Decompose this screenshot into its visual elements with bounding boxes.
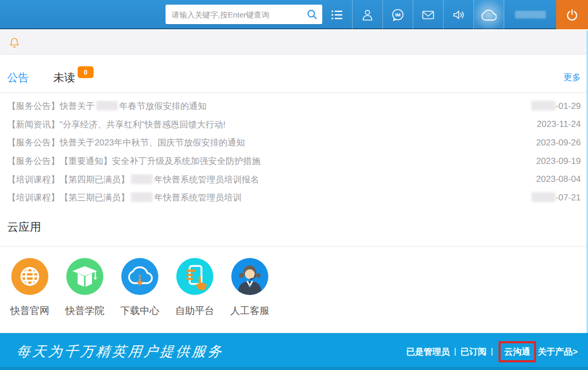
globe-icon (11, 258, 48, 295)
announcement-row[interactable]: 【培训课程】【第三期已满员】年快普系统管理员培训 -07-21 (7, 189, 581, 207)
announcement-title: 【培训课程】【第四期已满员】年快普系统管理员培训报名 (7, 174, 536, 186)
app-kuaipu-website[interactable]: 快普官网 (7, 258, 52, 318)
announcements-list: 【服务公告】快普关于年春节放假安排的通知 -01-29 【新闻资讯】"分享经济、… (0, 93, 588, 207)
footer: 每天为千万精英用户提供服务 已是管理员 | 已订阅 | 云沟通 关于产品> (0, 333, 588, 370)
im-button[interactable]: IM (383, 0, 413, 29)
support-agent-icon (231, 258, 268, 295)
announcement-title: 【服务公告】快普关于年春节放假安排的通知 (7, 100, 531, 112)
announcement-row[interactable]: 【新闻资讯】"分享经济、共享红利"快普感恩回馈大行动! 2023-11-24 (7, 116, 581, 134)
footer-link-subscribed[interactable]: 已订阅 (461, 346, 487, 358)
im-icon: IM (391, 8, 405, 22)
user-contacts-button[interactable] (353, 0, 383, 29)
annotation-highlight-box: 云沟通 (499, 341, 536, 362)
user-icon (361, 8, 374, 22)
announcement-title: 【服务公告】快普关于2023年中秋节、国庆节放假安排的通知 (7, 137, 536, 149)
cloud-download-icon (121, 258, 158, 295)
footer-slogan: 每天为千万精英用户提供服务 (15, 342, 225, 361)
app-label: 快普官网 (7, 304, 52, 318)
mail-button[interactable] (413, 0, 444, 29)
announcement-title: 【培训课程】【第三期已满员】年快普系统管理员培训 (7, 192, 531, 203)
more-link[interactable]: 更多 (563, 71, 581, 83)
topbar-icon-cells: IM (322, 0, 588, 29)
redacted-year (96, 101, 118, 110)
announcement-date: 2023-09-19 (536, 156, 581, 166)
app-label: 快普学院 (62, 304, 107, 318)
announcement-date: 2023-11-24 (537, 119, 581, 130)
app-download-center[interactable]: 下载中心 (117, 258, 162, 318)
redacted-year (131, 174, 153, 184)
app-kuaipu-academy[interactable]: 快普学院 (62, 258, 107, 318)
announcement-title: 【服务公告】【重要通知】安全补丁升级及系统加强安全防护措施 (7, 155, 536, 167)
search-box[interactable] (166, 5, 322, 24)
announcement-date: -07-21 (531, 192, 581, 203)
username-area[interactable] (504, 0, 556, 29)
footer-link-about-product[interactable]: 关于产品> (538, 346, 578, 358)
username-redacted (515, 11, 546, 18)
app-self-service[interactable]: 自助平台 (172, 258, 217, 318)
menu-list-icon (330, 8, 344, 22)
footer-link-admin[interactable]: 已是管理员 (406, 346, 450, 358)
speaker-icon (451, 8, 466, 22)
notification-strip (0, 30, 588, 54)
redacted-year (531, 192, 556, 202)
separator: | (454, 346, 456, 357)
redacted-year (131, 192, 153, 202)
svg-text:IM: IM (395, 12, 401, 17)
power-icon (565, 8, 579, 22)
announcements-header: 公告 未读 0 更多 (0, 55, 588, 93)
main-panel: 公告 未读 0 更多 【服务公告】快普关于年春节放假安排的通知 -01-29 【… (0, 55, 588, 318)
announcement-row[interactable]: 【服务公告】快普关于2023年中秋节、国庆节放假安排的通知 2023-09-26 (7, 134, 581, 152)
footer-link-cloud-chat[interactable]: 云沟通 (504, 346, 530, 358)
topbar: IM (0, 0, 588, 29)
announcement-date: 2023-09-26 (536, 138, 581, 148)
announcement-date: 2023-08-04 (536, 174, 581, 184)
cloud-apps-row: 快普官网 快普学院 下 (0, 247, 588, 318)
announcement-title: 【新闻资讯】"分享经济、共享红利"快普感恩回馈大行动! (7, 119, 537, 131)
cloud-apps-title: 云应用 (0, 207, 588, 247)
cloud-icon (481, 7, 497, 23)
graduation-icon (66, 258, 103, 295)
mail-icon (421, 8, 435, 22)
tab-announcements[interactable]: 公告 (7, 70, 29, 85)
self-service-icon (176, 258, 213, 295)
bell-icon[interactable] (9, 36, 20, 48)
separator: | (491, 346, 493, 357)
unread-count-badge: 0 (78, 66, 94, 78)
announcement-date: -01-29 (531, 101, 581, 112)
cloud-button[interactable] (474, 0, 504, 29)
redacted-year (531, 101, 556, 110)
announcement-speaker-button[interactable] (444, 0, 474, 29)
search-input[interactable] (166, 10, 306, 19)
announcement-row[interactable]: 【服务公告】快普关于年春节放假安排的通知 -01-29 (7, 97, 581, 116)
tab-unread[interactable]: 未读 (53, 70, 75, 85)
app-label: 下载中心 (117, 304, 162, 318)
logout-power-button[interactable] (556, 0, 588, 29)
menu-list-button[interactable] (322, 0, 353, 29)
announcement-row[interactable]: 【培训课程】【第四期已满员】年快普系统管理员培训报名 2023-08-04 (7, 170, 581, 189)
app-human-support[interactable]: 人工客服 (227, 258, 272, 318)
app-label: 人工客服 (227, 304, 272, 318)
app-label: 自助平台 (172, 304, 217, 318)
search-icon[interactable] (306, 9, 318, 20)
announcement-row[interactable]: 【服务公告】【重要通知】安全补丁升级及系统加强安全防护措施 2023-09-19 (7, 152, 581, 171)
footer-links: 已是管理员 | 已订阅 | 云沟通 关于产品> (406, 341, 578, 362)
